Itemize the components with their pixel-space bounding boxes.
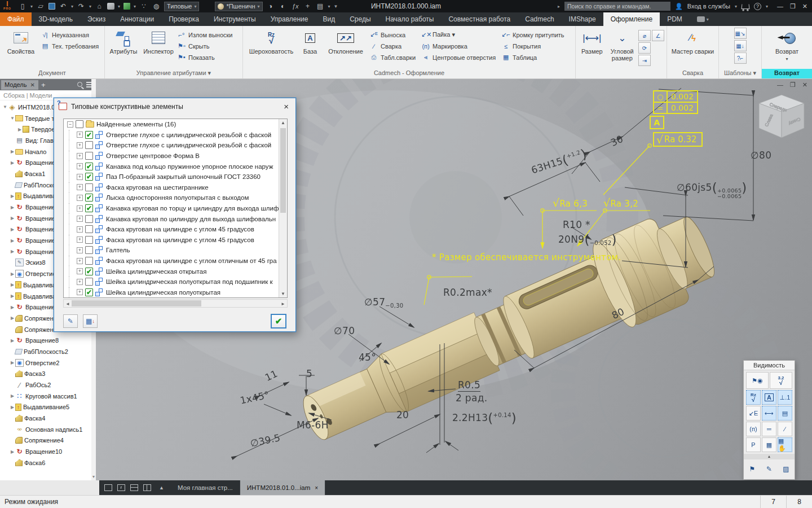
tolerance-frame-visibility-button[interactable]: ⊥.1 xyxy=(778,390,792,405)
tree-chevron-icon[interactable]: ▶ xyxy=(10,194,15,199)
element-checkbox[interactable]: ✔ xyxy=(85,131,93,139)
roughness-visibility-button[interactable]: Rz√ xyxy=(746,390,761,405)
element-checkbox[interactable]: ✔ xyxy=(85,173,93,181)
hscroll-right-icon[interactable]: ► xyxy=(281,301,285,306)
refresh-dim-button[interactable]: ⟳ xyxy=(638,42,651,54)
dialog-horizontal-scrollbar[interactable]: ◄ ► xyxy=(63,299,288,308)
ribbon-tab-9[interactable]: Начало работы xyxy=(378,12,442,26)
expand-icon[interactable]: + xyxy=(77,247,83,253)
render-caret[interactable]: ▾ xyxy=(118,4,120,9)
window-minimize-button[interactable]: — xyxy=(777,3,783,10)
weld-button[interactable]: ∕Сварка xyxy=(369,41,416,51)
surface-finish-callout[interactable]: √Ra 0.32 xyxy=(653,132,703,147)
angular-dimension-button[interactable]: ⌄ Угловой размер xyxy=(607,28,637,62)
deviation-button[interactable]: ↗↗ Отклонение xyxy=(323,28,368,55)
template-help-button[interactable]: ?⌐ xyxy=(734,52,747,64)
tree-chevron-icon[interactable]: ▼ xyxy=(2,104,8,110)
tile-windows-icon[interactable] xyxy=(117,484,125,491)
ribbon-tab-13[interactable]: Оформление xyxy=(603,12,660,26)
expand-icon[interactable]: + xyxy=(77,268,83,274)
hide-button[interactable]: ⚑▫Скрыть xyxy=(177,41,233,51)
found-elements-root-row[interactable]: −Найденные элементы (16) xyxy=(64,119,287,130)
vscroll-down-icon[interactable]: ▼ xyxy=(279,291,287,296)
element-checkbox[interactable] xyxy=(85,141,93,149)
fcf-circularity[interactable]: ○ 0.002 xyxy=(653,90,698,103)
browser-tree-item[interactable]: ▶◉Отверстие2 xyxy=(0,357,96,369)
tree-chevron-icon[interactable]: ▶ xyxy=(10,316,15,321)
ribbon-tab-8[interactable]: Среды xyxy=(342,12,378,26)
qat-overflow-caret[interactable]: ▼ xyxy=(334,4,338,9)
element-checkbox[interactable]: ✔ xyxy=(85,288,93,296)
dialog-ok-button[interactable]: ✔ xyxy=(271,314,286,329)
browser-tree-item[interactable]: Сопряжение4 xyxy=(0,435,96,446)
datum-visibility-button[interactable]: A xyxy=(762,390,776,405)
checklist-icon[interactable]: ▤ xyxy=(316,2,325,11)
element-checkbox[interactable]: ✔ xyxy=(85,163,93,170)
qat-caret[interactable]: ▾ xyxy=(328,4,330,9)
sphere-icon[interactable]: ◍ xyxy=(152,2,161,11)
element-checkbox[interactable] xyxy=(85,278,93,286)
angle-dim-button[interactable]: ∠ xyxy=(652,30,664,41)
material-caret[interactable]: ▾ xyxy=(134,4,136,9)
element-row[interactable]: +Галтель xyxy=(64,245,287,256)
element-row[interactable]: +Отверстие глухое с цилиндрической резьб… xyxy=(64,140,287,151)
window-close-button[interactable]: ✕ xyxy=(802,3,807,10)
dialog-close-button[interactable]: × xyxy=(281,102,291,111)
element-row[interactable]: +✔Лыска односторонняя полуоткрытая с вых… xyxy=(64,192,287,203)
material-select[interactable]: *Пшеничн ▾ xyxy=(215,2,262,11)
home-view-icon[interactable]: ⌂ xyxy=(95,2,104,11)
browser-scrollbar-down-icon[interactable]: ▼ xyxy=(91,475,96,480)
inspector-button[interactable]: Инспектор xyxy=(141,28,176,55)
element-checkbox[interactable] xyxy=(85,215,93,223)
coating-visibility-button[interactable]: ═ xyxy=(762,422,776,436)
browser-tree-item[interactable]: Фаска3 xyxy=(0,369,96,380)
tree-chevron-icon[interactable]: ▶ xyxy=(10,393,15,398)
tree-chevron-icon[interactable]: ▼ xyxy=(10,116,15,121)
expand-icon[interactable]: + xyxy=(77,195,83,201)
doc-tab-home[interactable]: Моя главная стр... xyxy=(171,480,240,495)
help-caret[interactable]: ▾ xyxy=(766,4,768,9)
element-checkbox[interactable]: ✔ xyxy=(85,204,93,212)
doc-tabs-expand-icon[interactable]: ▲ xyxy=(159,485,164,491)
element-row[interactable]: +Фаска круговая на цилиндре с углом отли… xyxy=(64,256,287,266)
template-insert-button[interactable]: ▦↘ xyxy=(734,28,747,39)
tree-chevron-icon[interactable]: ▶ xyxy=(10,216,15,221)
browser-tree-item[interactable]: ▶↻Вращение10 xyxy=(0,446,96,457)
ribbon-tab-14[interactable]: PDM xyxy=(660,12,690,26)
tree-chevron-icon[interactable]: ▶ xyxy=(10,405,15,410)
ribbon-appearance-switcher[interactable]: ▾ xyxy=(690,12,716,26)
ribbon-tab-12[interactable]: IMShape xyxy=(562,12,603,26)
text-frame-visibility-button[interactable]: ▤ xyxy=(778,406,792,421)
undo-icon[interactable]: ↶ xyxy=(59,2,68,11)
expand-icon[interactable]: + xyxy=(77,132,83,138)
ribbon-tab-2[interactable]: Эскиз xyxy=(80,12,113,26)
template-export-button[interactable]: ▦↓ xyxy=(734,40,747,51)
element-row[interactable]: +✔Канавка под кольцо пружинное упорное п… xyxy=(64,161,287,172)
browser-tree-item[interactable]: РабПлоскость2 xyxy=(0,346,96,357)
tree-chevron-icon[interactable]: ▶ xyxy=(10,249,15,254)
hscroll-left-icon[interactable]: ◄ xyxy=(65,301,70,306)
marking-button[interactable]: (п)Маркировка xyxy=(421,41,496,51)
expand-icon[interactable]: + xyxy=(77,174,83,180)
expand-icon[interactable]: + xyxy=(77,163,83,169)
element-checkbox[interactable] xyxy=(85,257,93,265)
datum-button[interactable]: A База xyxy=(298,28,322,55)
ribbon-tab-0[interactable]: Файл xyxy=(0,12,32,26)
search-input[interactable]: Поиск по справке и командам. xyxy=(564,2,670,11)
tile-vertical-icon[interactable] xyxy=(143,484,151,491)
element-row[interactable]: +Отверстие центровое Форма В xyxy=(64,151,287,161)
tile-horizontal-icon[interactable] xyxy=(130,484,138,491)
ribbon-tab-3[interactable]: Аннотации xyxy=(113,12,161,26)
parameters-fx-icon[interactable]: ƒx xyxy=(291,2,300,11)
expand-icon[interactable]: + xyxy=(77,184,83,190)
ribbon-tab-10[interactable]: Совместная работа xyxy=(441,12,518,26)
element-row[interactable]: +Фаска круговая на цилиндре с углом 45 г… xyxy=(64,224,287,235)
export-table-button[interactable]: ▦↓ xyxy=(83,314,98,328)
browser-tree-item[interactable]: Фаска4 xyxy=(0,413,96,424)
doc-restore-button[interactable]: ❒ xyxy=(790,81,796,89)
leader-visibility-button[interactable]: ↙E xyxy=(746,406,761,421)
weld-visibility-button[interactable]: ∕ xyxy=(778,422,792,436)
tree-chevron-icon[interactable]: ▶ xyxy=(10,360,15,365)
element-row[interactable]: +✔Шейка цилиндрическая открытая xyxy=(64,266,287,277)
open-file-icon[interactable]: ▱ xyxy=(36,2,45,11)
